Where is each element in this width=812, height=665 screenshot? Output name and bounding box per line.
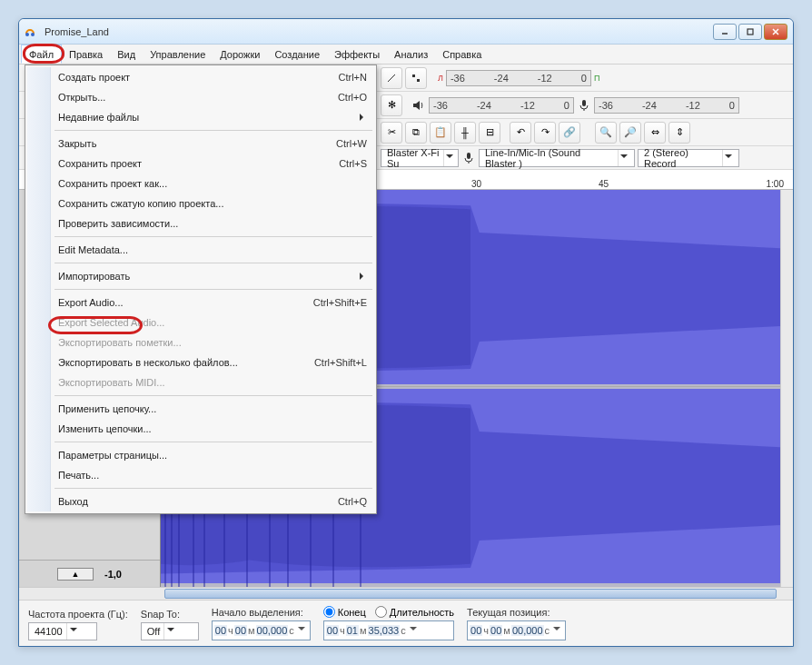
titlebar: Promise_Land <box>19 19 793 45</box>
menu-generate[interactable]: Создание <box>267 45 327 64</box>
menu-item-label: Export Selected Audio... <box>58 317 164 328</box>
menu-item-10[interactable]: Edit Metadata... <box>27 240 374 260</box>
channels-combo[interactable]: 2 (Stereo) Record <box>638 149 739 167</box>
menu-item-label: Экспортировать в несколько файлов... <box>58 357 238 368</box>
menu-item-5[interactable]: Сохранить проектCtrl+S <box>27 154 374 174</box>
menu-item-7[interactable]: Сохранить сжатую копию проекта... <box>27 194 374 213</box>
menu-item-label: Edit Metadata... <box>58 244 128 255</box>
menu-item-23[interactable]: Параметры страницы... <box>27 445 374 465</box>
tool-draw-icon[interactable] <box>381 67 402 89</box>
menu-item-label: Сохранить сжатую копию проекта... <box>58 198 223 209</box>
menu-item-label: Сохранить проект как... <box>58 178 167 189</box>
cut-icon[interactable]: ✂ <box>381 122 402 144</box>
menu-item-6[interactable]: Сохранить проект как... <box>27 174 374 194</box>
app-window: Promise_Land Файл Правка Вид Управление … <box>18 18 794 647</box>
menu-view[interactable]: Вид <box>110 45 143 64</box>
menu-effects[interactable]: Эффекты <box>327 45 387 64</box>
minimize-button[interactable] <box>713 24 737 40</box>
meter-right-label: П <box>594 74 599 83</box>
scrollbar-horizontal[interactable] <box>19 587 793 600</box>
menu-item-label: Export Audio... <box>58 297 124 308</box>
svg-point-0 <box>25 33 29 36</box>
radio-length[interactable]: Длительность <box>375 606 454 618</box>
selection-start-time[interactable]: 00ч 00м 00,000с <box>212 620 311 640</box>
collapse-button[interactable]: ▲ <box>57 568 94 581</box>
project-rate-value: 44100 <box>35 626 63 637</box>
menu-transport[interactable]: Управление <box>143 45 213 64</box>
menu-item-12[interactable]: Импортировать <box>27 266 374 286</box>
menu-help[interactable]: Справка <box>435 45 489 64</box>
svg-rect-5 <box>467 153 470 159</box>
menu-item-label: Печать... <box>58 470 99 481</box>
menu-analyze[interactable]: Анализ <box>387 45 435 64</box>
maximize-button[interactable] <box>738 24 762 40</box>
record-meter[interactable]: -36 -24 -12 0 <box>446 70 591 86</box>
tool-multi-icon[interactable] <box>405 67 427 89</box>
copy-icon[interactable]: ⧉ <box>405 122 427 144</box>
window-title: Promise_Land <box>45 26 713 37</box>
project-rate-combo[interactable]: 44100 <box>28 622 97 640</box>
menu-edit[interactable]: Правка <box>62 45 110 64</box>
menubar: Файл Правка Вид Управление Дорожки Созда… <box>19 45 793 65</box>
fit-selection-icon[interactable]: ⇔ <box>644 122 666 144</box>
menu-item-2[interactable]: Недавние файлы <box>27 107 374 127</box>
redo-icon[interactable]: ↷ <box>534 122 556 144</box>
ruler-tick-60: 1:00 <box>767 179 784 189</box>
output-device-text: Blaster X-Fi Su <box>387 147 440 169</box>
menu-item-17[interactable]: Экспортировать в несколько файлов...Ctrl… <box>27 352 374 372</box>
menu-item-shortcut: Ctrl+W <box>336 138 367 149</box>
menu-item-shortcut: Ctrl+Shift+L <box>314 357 367 368</box>
input-meter[interactable]: -36 -24 -12 0 <box>594 97 739 114</box>
menu-item-shortcut: Ctrl+Shift+E <box>313 297 367 308</box>
menu-item-26[interactable]: ВыходCtrl+Q <box>27 491 374 511</box>
input-device-combo[interactable]: Line-In/Mic-In (Sound Blaster ) <box>479 149 635 167</box>
audio-position-label: Текущая позиция: <box>467 607 566 618</box>
project-rate-label: Частота проекта (Гц): <box>28 609 128 620</box>
menu-file[interactable]: Файл <box>21 45 62 64</box>
audio-position-time[interactable]: 00ч 00м 00,000с <box>467 620 566 640</box>
fit-project-icon[interactable]: ⇕ <box>668 122 690 144</box>
menu-item-20[interactable]: Применить цепочку... <box>27 399 374 419</box>
mic-icon <box>577 98 591 113</box>
silence-icon[interactable]: ⊟ <box>479 122 500 144</box>
radio-end[interactable]: Конец <box>323 606 366 618</box>
mute-solo-icon[interactable]: ✻ <box>381 94 402 116</box>
zoom-in-icon[interactable]: 🔍 <box>595 122 617 144</box>
sync-icon[interactable]: 🔗 <box>559 122 580 144</box>
menu-item-0[interactable]: Создать проектCtrl+N <box>27 67 374 87</box>
menu-tracks[interactable]: Дорожки <box>213 45 267 64</box>
scrollbar-vertical[interactable] <box>780 190 793 587</box>
menu-item-21[interactable]: Изменить цепочки... <box>27 419 374 439</box>
menu-separator <box>54 442 372 442</box>
menu-item-label: Закрыть <box>58 138 96 149</box>
play-meter[interactable]: -36 -24 -12 0 <box>429 97 574 114</box>
menu-item-24[interactable]: Печать... <box>27 465 374 485</box>
menu-item-label: Изменить цепочки... <box>58 423 152 434</box>
snap-combo[interactable]: Off <box>141 622 199 640</box>
menu-separator <box>54 130 372 131</box>
menu-item-label: Открыть... <box>58 92 105 103</box>
menu-item-label: Выход <box>58 496 88 507</box>
menu-item-shortcut: Ctrl+N <box>339 72 367 83</box>
menu-separator <box>54 289 372 290</box>
zoom-out-icon[interactable]: 🔎 <box>619 122 641 144</box>
menu-separator <box>54 236 372 237</box>
snap-label: Snap To: <box>141 609 199 620</box>
undo-icon[interactable]: ↶ <box>510 122 531 144</box>
menu-separator <box>54 263 372 263</box>
trim-icon[interactable]: ╫ <box>454 122 476 144</box>
output-device-combo[interactable]: Blaster X-Fi Su <box>381 149 459 167</box>
close-button[interactable] <box>764 24 787 40</box>
speaker-icon <box>411 98 426 113</box>
menu-item-4[interactable]: ЗакрытьCtrl+W <box>27 134 374 154</box>
menu-item-8[interactable]: Проверить зависимости... <box>27 213 374 233</box>
selection-end-time[interactable]: 00ч 01м 35,033с <box>323 620 454 640</box>
input-device-text: Line-In/Mic-In (Sound Blaster ) <box>485 147 614 169</box>
app-icon <box>25 25 39 39</box>
menu-item-1[interactable]: Открыть...Ctrl+O <box>27 87 374 107</box>
menu-item-shortcut: Ctrl+Q <box>338 496 367 507</box>
menu-item-label: Параметры страницы... <box>58 450 167 461</box>
paste-icon[interactable]: 📋 <box>430 122 451 144</box>
menu-item-14[interactable]: Export Audio...Ctrl+Shift+E <box>27 293 374 313</box>
menu-item-label: Создать проект <box>58 72 130 83</box>
